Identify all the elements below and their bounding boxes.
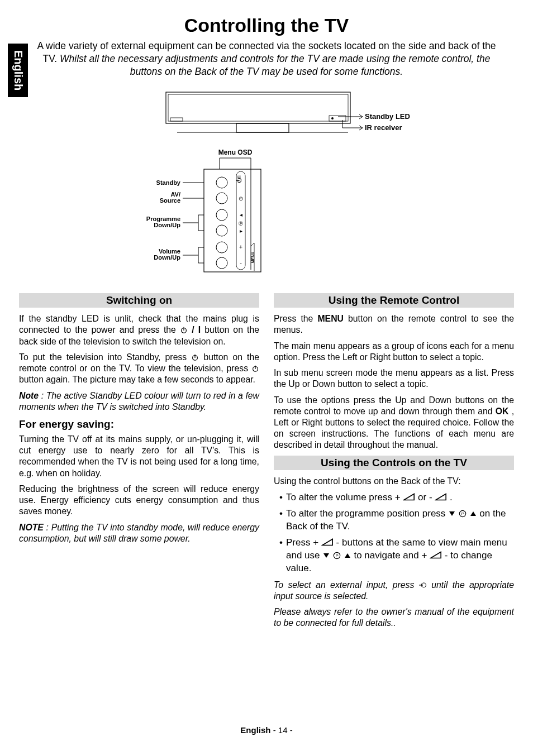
page-footer: English - 14 - <box>0 725 533 735</box>
period-symbol: . <box>450 492 453 503</box>
svg-text:⊙: ⊙ <box>239 195 243 202</box>
svg-rect-0 <box>166 92 350 123</box>
p-circled-icon: P <box>459 510 467 518</box>
svg-rect-4 <box>170 118 183 121</box>
svg-text:P: P <box>461 511 464 516</box>
bullet-volume: To alter the volume press + or - . <box>279 491 514 504</box>
heading-energy-saving: For energy saving: <box>19 418 259 430</box>
two-column-layout: Switching on If the standby LED is unlit… <box>19 293 514 633</box>
energy-p2: Reducing the brightness of the screen wi… <box>19 484 259 518</box>
label-menu-osd: Menu OSD <box>218 149 253 156</box>
svg-rect-14 <box>236 171 245 270</box>
svg-point-20 <box>216 257 227 269</box>
page-content: Controlling the TV A wide variety of ext… <box>19 15 514 734</box>
footer-language: English <box>240 725 270 735</box>
svg-rect-2 <box>236 123 289 132</box>
svg-point-6 <box>331 117 334 119</box>
energy-p1: Turning the TV off at its mains supply, … <box>19 434 259 479</box>
intro-paragraph: A wide variety of external equipment can… <box>36 40 497 78</box>
remote-p3: In sub menu screen mode the menu appears… <box>274 367 514 390</box>
heading-tv-controls: Using the Controls on the TV <box>274 456 514 470</box>
svg-text:ⓟ: ⓟ <box>239 221 243 226</box>
triangle-up-icon <box>344 552 351 559</box>
svg-marker-52 <box>323 553 329 558</box>
svg-marker-46 <box>436 494 446 500</box>
triangle-down-icon <box>322 552 330 559</box>
tv-diagram: Standby LED IR receiver Menu OSD ⏻/I ⊙ <box>19 87 514 282</box>
volume-wedge-icon <box>430 551 442 559</box>
tvctrl-ext-input: To select an external input, press until… <box>274 580 514 602</box>
intro-italic: Whilst all the necessary adjustments and… <box>60 53 490 77</box>
remote-p1: Press the MENU button on the remote cont… <box>274 313 514 336</box>
switching-note: Note : The active Standby LED colour wil… <box>19 390 259 413</box>
svg-marker-50 <box>470 511 476 516</box>
heading-switching-on: Switching on <box>19 293 259 308</box>
triangle-up-icon <box>469 510 477 518</box>
svg-point-15 <box>216 177 227 188</box>
svg-point-17 <box>216 209 227 221</box>
label-standby: Standby <box>156 179 181 186</box>
svg-point-18 <box>216 225 227 236</box>
page-title: Controlling the TV <box>19 15 514 36</box>
bullet-menu: Press + - buttons at the same to view ma… <box>279 537 514 575</box>
source-input-icon <box>419 581 427 589</box>
bullet-programme: To alter the programme position press P … <box>279 508 514 533</box>
remote-p4: To use the options press the Up and Down… <box>274 395 514 451</box>
p-circled-icon: P <box>333 552 341 559</box>
label-av-source: AV/Source <box>160 191 180 204</box>
diagram-svg: Standby LED IR receiver Menu OSD ⏻/I ⊙ <box>110 87 423 282</box>
tvctrl-intro: Using the control buttons on the Back of… <box>274 476 514 487</box>
label-volume: VolumeDown/Up <box>154 248 180 261</box>
label-programme: ProgrammeDown/Up <box>146 216 180 228</box>
power-icon <box>191 353 199 361</box>
remote-p2: The main menu appears as a group of icon… <box>274 341 514 363</box>
svg-text:-: - <box>240 260 242 266</box>
tvctrl-manual-ref: Please always refer to the owner's manua… <box>274 606 514 629</box>
minus-symbol: - <box>429 492 432 503</box>
volume-wedge-icon <box>403 492 415 501</box>
left-column: Switching on If the standby LED is unlit… <box>19 293 259 633</box>
svg-text:▸: ▸ <box>240 228 242 234</box>
power-icon <box>180 326 188 334</box>
label-standby-led: Standby LED <box>365 112 410 121</box>
footer-page-number: 14 <box>278 725 288 735</box>
switching-p1: If the standby LED is unlit, check that … <box>19 313 259 347</box>
svg-rect-1 <box>168 94 348 121</box>
power-icon <box>251 365 259 372</box>
svg-marker-45 <box>404 494 414 500</box>
svg-marker-51 <box>322 539 332 545</box>
switching-p2: To put the television into Standby, pres… <box>19 352 259 386</box>
svg-marker-47 <box>449 511 455 516</box>
svg-text:+: + <box>239 243 242 250</box>
plus-symbol: + <box>395 492 401 503</box>
label-ir-receiver: IR receiver <box>365 123 402 132</box>
volume-wedge-icon <box>435 492 447 501</box>
energy-note: NOTE : Putting the TV into standby mode,… <box>19 522 259 544</box>
svg-text:◂: ◂ <box>240 212 242 218</box>
volume-wedge-icon <box>321 538 334 547</box>
right-column: Using the Remote Control Press the MENU … <box>274 293 514 633</box>
heading-remote: Using the Remote Control <box>274 293 514 308</box>
svg-text:⏻/I: ⏻/I <box>236 175 242 183</box>
tvctrl-list: To alter the volume press + or - . To al… <box>274 491 514 575</box>
footer-sep: - <box>273 725 278 735</box>
svg-point-16 <box>216 193 227 204</box>
svg-marker-55 <box>345 553 350 558</box>
triangle-down-icon <box>448 510 456 518</box>
svg-text:P: P <box>335 553 338 558</box>
svg-point-19 <box>216 242 227 253</box>
footer-after: - <box>290 725 293 735</box>
svg-marker-56 <box>431 552 441 558</box>
